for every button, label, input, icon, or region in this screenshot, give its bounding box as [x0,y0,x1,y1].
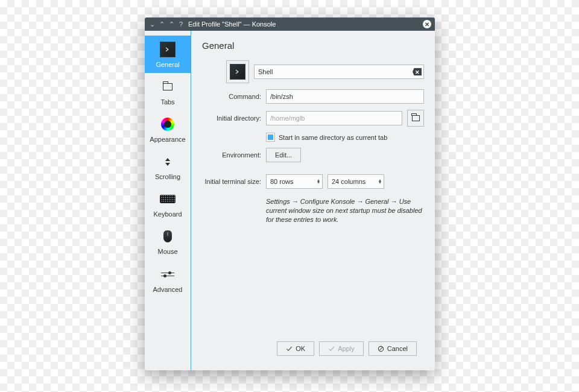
keyboard-icon [160,191,176,207]
minimize-button[interactable]: ⌃ [158,21,165,28]
sidebar-item-label: Mouse [157,248,177,255]
sidebar-item-general[interactable]: General [145,36,191,73]
sidebar-item-keyboard[interactable]: Keyboard [145,185,191,223]
shade-button[interactable]: ⌄ [148,21,156,28]
command-label: Command: [202,93,261,100]
profile-icon-button[interactable] [226,60,249,83]
terminal-size-label: Initial terminal size: [202,178,261,185]
folder-open-icon [412,115,420,121]
scroll-icon [160,154,176,169]
sidebar-item-label: General [156,61,179,68]
sidebar-item-label: Advanced [153,286,183,293]
window-title: Edit Profile "Shell" — Konsole [188,21,423,28]
mouse-icon [160,229,176,244]
cancel-button[interactable]: Cancel [369,341,417,356]
terminal-icon [230,64,245,80]
terminal-size-hint: Settings → Configure Konsole → General →… [266,197,424,224]
initial-directory-input[interactable] [266,111,402,125]
category-sidebar: General Tabs Appearance Scrolling [145,31,191,370]
same-directory-label: Start in same directory as current tab [279,134,387,141]
sidebar-item-tabs[interactable]: Tabs [145,73,191,110]
dialog-button-box: OK Apply Cancel [202,335,424,363]
profile-name-input[interactable] [254,65,424,79]
sidebar-item-appearance[interactable]: Appearance [145,110,191,148]
edit-environment-button[interactable]: Edit... [266,148,301,162]
maximize-button[interactable]: ⌃ [168,21,175,28]
ok-button[interactable]: OK [277,341,314,356]
sidebar-item-label: Scrolling [155,173,180,180]
browse-directory-button[interactable] [407,110,424,127]
sidebar-item-scrolling[interactable]: Scrolling [145,148,191,185]
check-icon [286,346,293,352]
edit-profile-dialog: ⌄ ⌃ ⌃ ? Edit Profile "Shell" — Konsole ✕… [145,17,435,370]
columns-spinbox[interactable]: 24 columns ▴▾ [327,174,384,189]
clear-name-button[interactable]: ✕ [413,68,422,76]
sidebar-item-advanced[interactable]: Advanced [145,261,191,298]
same-directory-checkbox[interactable] [266,133,275,142]
initial-directory-label: Initial directory: [202,115,261,122]
command-input[interactable] [266,89,424,104]
color-wheel-icon [160,116,176,132]
help-button[interactable]: ? [177,21,185,28]
titlebar[interactable]: ⌄ ⌃ ⌃ ? Edit Profile "Shell" — Konsole ✕ [145,17,435,31]
svg-line-1 [379,347,383,350]
sidebar-item-label: Appearance [150,136,185,143]
folder-icon [160,79,176,95]
close-button[interactable]: ✕ [423,20,431,28]
chevron-down-icon[interactable]: ▾ [379,182,381,184]
main-panel: General ✕ Command: Initial dire [191,31,435,370]
sidebar-item-mouse[interactable]: Mouse [145,223,191,260]
chevron-down-icon[interactable]: ▾ [317,182,320,184]
sidebar-item-label: Keyboard [153,210,182,218]
sidebar-item-label: Tabs [160,98,174,106]
cancel-icon [378,346,384,352]
sliders-icon [160,267,176,282]
environment-label: Environment: [202,151,261,159]
check-icon [328,346,335,352]
page-heading: General [202,40,424,51]
terminal-icon [160,42,176,57]
rows-spinbox[interactable]: 80 rows ▴▾ [266,174,323,189]
apply-button: Apply [319,341,364,356]
